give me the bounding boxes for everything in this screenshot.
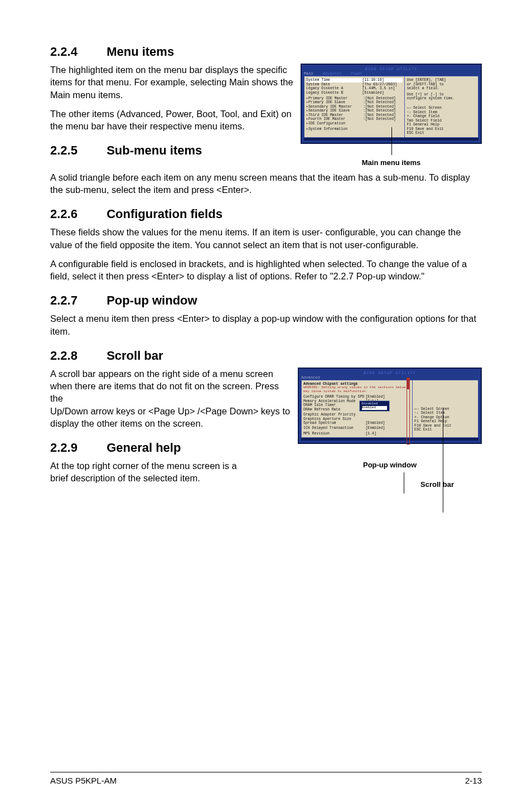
caption-scroll: Scroll bar (298, 480, 482, 489)
scroll-bar-indicator (407, 378, 410, 445)
callout-line (391, 127, 392, 155)
tab-power: Power (351, 71, 362, 76)
figure-caption: Main menu items (301, 158, 482, 167)
bios-left-col: System Time[11:10:19] System Date[Thu 03… (304, 76, 405, 137)
page: 2.2.4 Menu items BIOS SETUP UTILITY Main… (0, 0, 532, 742)
heading-2-2-6: 2.2.6 Configuration fields (50, 207, 482, 221)
section-2-2-6: 2.2.6 Configuration fields These fields … (50, 207, 482, 282)
figure-popup-scroll: BIOS SETUP UTILITY Advanced Advanced Chi… (298, 368, 482, 489)
popup-box: Disabled Enabled (359, 400, 390, 412)
bios-title: BIOS SETUP UTILITY (304, 67, 478, 71)
heading-num: 2.2.4 (50, 45, 103, 59)
heading-2-2-7: 2.2.7 Pop-up window (50, 293, 482, 308)
para: At the top right corner of the menu scre… (50, 460, 251, 485)
callout-line-popup (404, 472, 404, 494)
page-footer: ASUS P5KPL-AM 2-13 (0, 772, 532, 785)
tab-main: Main (304, 71, 313, 76)
figure-main-menu: BIOS SETUP UTILITY Main Advanced Power S… (301, 64, 482, 167)
para: A solid triangle before each item on any… (50, 171, 482, 196)
bios-nav-legend: ←→ Select Screen ↑↓ Select Item +- Chang… (407, 106, 476, 135)
para: Select a menu item then press <Enter> to… (50, 312, 482, 337)
bios-tabs: Main Advanced Power (304, 71, 478, 76)
section-2-2-8: 2.2.8 Scroll bar BIOS SETUP UTILITY Adva… (50, 349, 482, 429)
section-2-2-7: 2.2.7 Pop-up window Select a menu item t… (50, 293, 482, 337)
para: These fields show the values for the men… (50, 226, 482, 251)
bios2-help-col: ←→ Select Screen ↑↓ Select Item +- Chang… (413, 380, 478, 437)
heading-2-2-8: 2.2.8 Scroll bar (50, 349, 482, 363)
para: A configurable field is enclosed in brac… (50, 258, 482, 283)
heading-2-2-4: 2.2.4 Menu items (50, 45, 482, 59)
section-2-2-4: 2.2.4 Menu items BIOS SETUP UTILITY Main… (50, 45, 482, 132)
footer-rule (50, 772, 482, 772)
heading-title: Menu items (107, 45, 174, 59)
footer-right: 2-13 (465, 776, 482, 785)
callout-line-scroll (443, 408, 443, 513)
bios-help-col: Use [ENTER], [TAB] or [SHIFT-TAB] to sel… (405, 76, 478, 137)
tab-advanced: Advanced (323, 71, 342, 76)
bios-advanced-screenshot: BIOS SETUP UTILITY Advanced Advanced Chi… (298, 368, 482, 445)
bios2-left-col: Advanced Chipset settings WARNING: Setti… (302, 380, 413, 437)
caption-popup: Pop-up window (298, 461, 482, 469)
footer-left: ASUS P5KPL-AM (50, 776, 117, 785)
